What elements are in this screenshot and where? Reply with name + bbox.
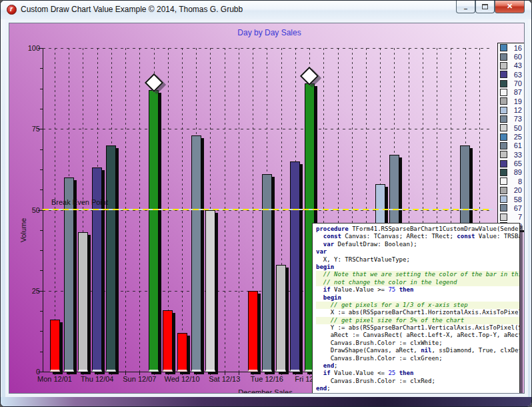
bar-12/02 — [64, 177, 74, 372]
legend-row: 33 — [498, 150, 524, 159]
close-button[interactable]: ✕ — [495, 1, 525, 13]
legend-value: 33 — [507, 151, 524, 159]
bar-chart: Day by Day Sales Volume December Sales 0… — [9, 23, 525, 394]
legend-value: 16 — [507, 44, 524, 52]
y-axis-title: Volume — [18, 210, 29, 250]
code-line: X, Y: TRSChartValueType; — [316, 256, 519, 264]
code-line: if Value.Value >= 75 then — [316, 286, 519, 294]
code-line: begin — [316, 264, 519, 271]
code-line: end; — [316, 385, 519, 392]
legend-value: 67 — [507, 204, 524, 212]
code-line: Canvas.Brush.Color := clxGreen; — [316, 355, 519, 362]
legend-row: 25 — [498, 132, 524, 141]
minimize-button[interactable]: – — [456, 1, 475, 13]
code-line: X := abs(RSSparseBarChart1.HorizontalAxi… — [316, 309, 519, 316]
legend-swatch — [500, 97, 507, 105]
legend-value: 12 — [507, 106, 524, 114]
h-gridline — [43, 48, 493, 49]
legend-row: 61 — [498, 141, 524, 150]
window-title: Custom Draw Chart Value Example © 2014, … — [21, 5, 243, 14]
y-tick-label: 25 — [15, 287, 40, 295]
legend-row: 89 — [498, 168, 524, 177]
legend-value: 20 — [507, 186, 524, 194]
legend-row: 65 — [498, 159, 524, 167]
legend-value: 87 — [507, 88, 524, 96]
y-axis-line — [43, 48, 43, 372]
code-line: Canvas.Brush.Color := clxRed; — [316, 378, 519, 385]
legend-swatch — [500, 214, 507, 221]
legend-value: 8 — [507, 177, 524, 185]
x-tick-label: Mon 12/01 — [31, 375, 79, 383]
legend-swatch — [500, 62, 507, 69]
code-line: Canvas.Brush.Color := clxWhite; — [316, 340, 519, 347]
legend-swatch — [500, 133, 507, 141]
legend-swatch — [500, 142, 507, 149]
code-line: DrawShape(Canvas, aRect, nil, ssDiamond,… — [316, 347, 519, 354]
legend-swatch — [500, 89, 507, 96]
code-line: // get pixels for a 1/3 of x-axis step — [316, 302, 519, 309]
bar-12/10 — [177, 333, 187, 372]
legend-row: 12 — [498, 105, 524, 114]
client-area: Day by Day Sales Volume December Sales 0… — [5, 19, 528, 397]
window-bottom-frame — [1, 397, 532, 407]
bar-12/15 — [248, 291, 258, 372]
x-tick-label: Tue 12/16 — [243, 375, 291, 383]
x-tick-label: Sun 12/07 — [115, 375, 163, 383]
legend-value: 7 — [507, 213, 524, 221]
code-line: begin — [316, 294, 519, 302]
legend-row: 58 — [498, 195, 524, 204]
legend-swatch — [500, 151, 507, 158]
break-even-label: Break Even Point — [51, 198, 108, 206]
legend-value: 70 — [507, 79, 524, 87]
legend-swatch — [500, 53, 507, 61]
y-tick-label: 75 — [15, 125, 40, 133]
bar-12/09 — [163, 310, 173, 372]
maximize-icon — [482, 4, 488, 9]
bar-12/11 — [191, 135, 201, 372]
legend-swatch — [500, 71, 507, 78]
legend-swatch — [500, 80, 507, 87]
legend-value: 19 — [507, 97, 524, 105]
h-gridline — [43, 129, 493, 129]
x-tick-label: Sat 12/13 — [201, 375, 249, 383]
chart-legend: 1660436370871912735025613365898205867728 — [497, 43, 525, 231]
legend-swatch — [500, 195, 507, 203]
bar-12/01 — [50, 320, 60, 372]
code-line: // get pixel size for 5% of the chart — [316, 317, 519, 324]
legend-row: 16 — [498, 43, 524, 52]
code-line: if Value.Value <= 25 then — [316, 370, 519, 377]
legend-row: 20 — [498, 186, 524, 195]
legend-swatch — [500, 44, 507, 51]
maximize-button[interactable] — [475, 1, 495, 13]
legend-row: 67 — [498, 204, 524, 212]
chart-title: Day by Day Sales — [176, 28, 363, 37]
legend-row: 70 — [498, 79, 524, 87]
y-tick-label: 50 — [15, 206, 40, 214]
legend-value: 43 — [507, 61, 524, 69]
bar-12/03 — [78, 232, 88, 372]
code-line: // not change the color in the legend — [316, 279, 519, 286]
legend-swatch — [500, 169, 507, 176]
code-line: end; — [316, 362, 519, 370]
y-tick — [38, 129, 43, 129]
bar-12/12 — [205, 210, 215, 372]
y-tick — [38, 372, 43, 372]
bar-12/08 — [149, 90, 159, 372]
app-window: r Custom Draw Chart Value Example © 2014… — [0, 0, 532, 407]
legend-value: 65 — [507, 159, 524, 167]
legend-swatch — [500, 124, 507, 131]
app-icon: r — [7, 5, 17, 15]
legend-swatch — [500, 160, 507, 167]
legend-swatch — [500, 115, 507, 123]
legend-swatch — [500, 187, 507, 194]
y-tick — [38, 210, 43, 211]
legend-row: 8 — [498, 177, 524, 185]
legend-row: 7 — [498, 213, 524, 222]
bar-12/18 — [290, 161, 300, 372]
title-bar[interactable]: r Custom Draw Chart Value Example © 2014… — [1, 1, 531, 19]
bar-12/05 — [106, 145, 116, 372]
code-line: const Canvas: TCanvas; ARect: TRect; con… — [316, 233, 519, 240]
code-panel: procedure TForm41.RSSparseBarChart1Custo… — [312, 223, 520, 394]
legend-value: 58 — [507, 195, 524, 204]
x-axis-title: December Sales — [225, 388, 305, 394]
